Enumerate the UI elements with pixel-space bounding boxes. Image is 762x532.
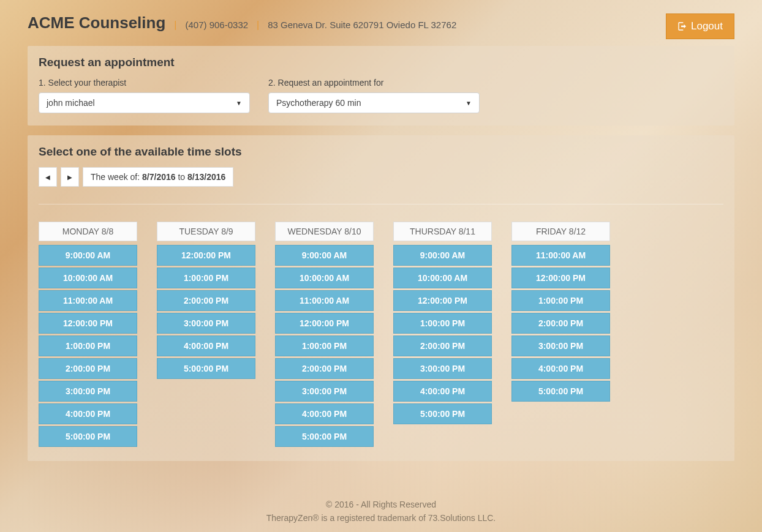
- time-slots-panel: Select one of the available time slots ◀…: [28, 135, 734, 461]
- time-slot[interactable]: 10:00:00 AM: [39, 268, 137, 288]
- day-column: WEDNESDAY 8/109:00:00 AM10:00:00 AM11:00…: [275, 222, 374, 449]
- day-header: FRIDAY 8/12: [511, 222, 610, 241]
- time-slot[interactable]: 4:00:00 PM: [39, 403, 137, 424]
- time-slot[interactable]: 3:00:00 PM: [393, 358, 492, 379]
- company-address: 83 Geneva Dr. Suite 620791 Oviedo FL 327…: [268, 20, 456, 30]
- time-slot[interactable]: 3:00:00 PM: [275, 381, 374, 402]
- time-slot[interactable]: 2:00:00 PM: [511, 313, 610, 334]
- week-range-label: The week of: 8/7/2016 to 8/13/2016: [83, 167, 233, 187]
- service-select[interactable]: Psychotherapy 60 min ▼: [268, 92, 480, 113]
- time-slot[interactable]: 12:00:00 PM: [39, 313, 137, 334]
- page-header: ACME Counseling | (407) 906-0332 | 83 Ge…: [28, 13, 734, 32]
- day-column: MONDAY 8/89:00:00 AM10:00:00 AM11:00:00 …: [39, 222, 137, 449]
- time-slot[interactable]: 11:00:00 AM: [39, 290, 137, 311]
- chevron-left-icon: ◀: [45, 174, 50, 181]
- header-separator: |: [257, 20, 259, 31]
- therapist-select-value: john michael: [39, 93, 249, 113]
- time-slot[interactable]: 9:00:00 AM: [39, 245, 137, 266]
- time-slot[interactable]: 4:00:00 PM: [157, 335, 255, 356]
- day-header: TUESDAY 8/9: [157, 222, 255, 241]
- time-slot[interactable]: 5:00:00 PM: [511, 381, 610, 402]
- time-slot[interactable]: 1:00:00 PM: [157, 268, 255, 288]
- time-slot[interactable]: 3:00:00 PM: [157, 313, 255, 334]
- next-week-button[interactable]: ▶: [61, 167, 79, 187]
- time-slot[interactable]: 12:00:00 PM: [157, 245, 255, 266]
- day-column: TUESDAY 8/912:00:00 PM1:00:00 PM2:00:00 …: [157, 222, 255, 449]
- day-header: MONDAY 8/8: [39, 222, 137, 241]
- time-slot[interactable]: 5:00:00 PM: [275, 426, 374, 447]
- time-slot[interactable]: 5:00:00 PM: [39, 426, 137, 447]
- day-header: WEDNESDAY 8/10: [275, 222, 374, 241]
- therapist-select-label: 1. Select your therapist: [39, 78, 250, 88]
- time-slot[interactable]: 11:00:00 AM: [275, 290, 374, 311]
- logout-icon: [677, 21, 687, 31]
- calendar-grid: MONDAY 8/89:00:00 AM10:00:00 AM11:00:00 …: [39, 222, 723, 449]
- time-slot[interactable]: 11:00:00 AM: [511, 245, 610, 266]
- time-slot[interactable]: 5:00:00 PM: [393, 403, 492, 424]
- chevron-right-icon: ▶: [67, 174, 72, 181]
- time-slot[interactable]: 4:00:00 PM: [275, 403, 374, 424]
- time-slot[interactable]: 1:00:00 PM: [511, 290, 610, 311]
- previous-week-button[interactable]: ◀: [39, 167, 57, 187]
- logout-button[interactable]: Logout: [666, 13, 734, 39]
- time-slot[interactable]: 9:00:00 AM: [393, 245, 492, 266]
- panel-title: Request an appointment: [39, 56, 723, 69]
- time-slot[interactable]: 9:00:00 AM: [275, 245, 374, 266]
- time-slot[interactable]: 2:00:00 PM: [393, 335, 492, 356]
- time-slot[interactable]: 3:00:00 PM: [39, 381, 137, 402]
- service-select-label: 2. Request an appointment for: [268, 78, 480, 88]
- page-footer: © 2016 - All Rights Reserved TherapyZen®…: [28, 498, 734, 525]
- request-appointment-panel: Request an appointment 1. Select your th…: [28, 46, 734, 126]
- day-column: THURSDAY 8/119:00:00 AM10:00:00 AM12:00:…: [393, 222, 492, 449]
- header-separator: |: [174, 20, 176, 31]
- time-slot[interactable]: 2:00:00 PM: [39, 358, 137, 379]
- time-slot[interactable]: 1:00:00 PM: [275, 335, 374, 356]
- time-slot[interactable]: 12:00:00 PM: [393, 290, 492, 311]
- time-slot[interactable]: 1:00:00 PM: [393, 313, 492, 334]
- time-slot[interactable]: 4:00:00 PM: [511, 358, 610, 379]
- time-slot[interactable]: 2:00:00 PM: [157, 290, 255, 311]
- time-slot[interactable]: 3:00:00 PM: [511, 335, 610, 356]
- service-select-value: Psychotherapy 60 min: [269, 93, 479, 113]
- day-column: FRIDAY 8/1211:00:00 AM12:00:00 PM1:00:00…: [511, 222, 610, 449]
- time-slot[interactable]: 10:00:00 AM: [275, 268, 374, 288]
- footer-copyright: © 2016 - All Rights Reserved: [28, 498, 734, 511]
- time-slot[interactable]: 10:00:00 AM: [393, 268, 492, 288]
- therapist-select[interactable]: john michael ▼: [39, 92, 250, 113]
- company-phone: (407) 906-0332: [186, 20, 249, 30]
- panel-title: Select one of the available time slots: [39, 145, 723, 159]
- company-name: ACME Counseling: [28, 13, 165, 32]
- time-slot[interactable]: 5:00:00 PM: [157, 358, 255, 379]
- time-slot[interactable]: 12:00:00 PM: [511, 268, 610, 288]
- logout-label: Logout: [691, 20, 723, 32]
- footer-trademark: TherapyZen® is a registered trademark of…: [28, 511, 734, 525]
- time-slot[interactable]: 12:00:00 PM: [275, 313, 374, 334]
- time-slot[interactable]: 4:00:00 PM: [393, 381, 492, 402]
- time-slot[interactable]: 1:00:00 PM: [39, 335, 137, 356]
- time-slot[interactable]: 2:00:00 PM: [275, 358, 374, 379]
- day-header: THURSDAY 8/11: [393, 222, 492, 241]
- divider: [39, 204, 723, 204]
